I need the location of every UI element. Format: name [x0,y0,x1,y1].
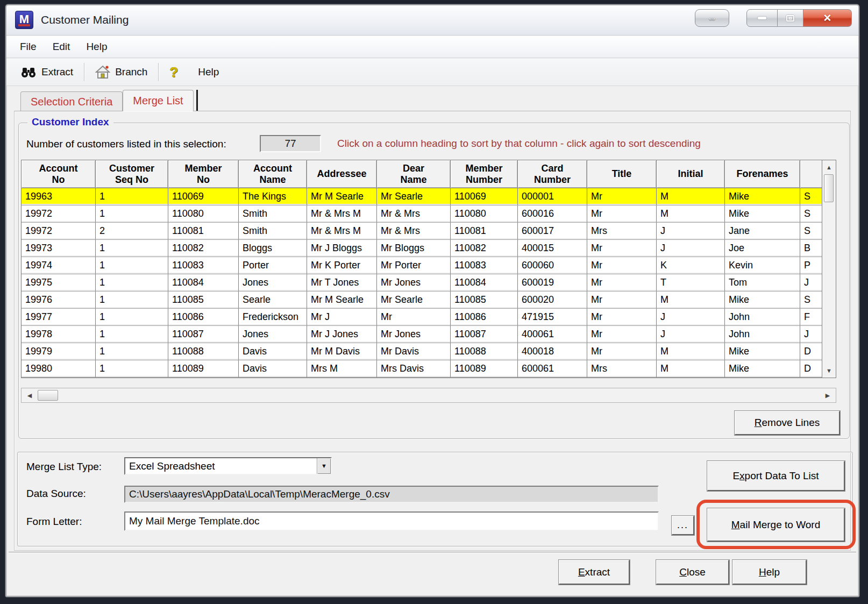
table-row[interactable]: 199751110084JonesMr T JonesMr Jones11008… [22,274,836,292]
minimize-button[interactable] [746,9,778,27]
column-header-account-name[interactable]: Account Name [239,160,307,188]
scroll-left-arrow-icon[interactable]: ◀ [24,389,35,401]
table-cell: 19976 [22,292,96,308]
column-header-card-number[interactable]: Card Number [518,160,587,188]
vertical-scroll-thumb[interactable] [824,174,834,202]
table-cell: J [657,326,725,343]
tab-selection-criteria[interactable]: Selection Criteria [20,91,123,111]
table-cell: 110089 [168,360,239,377]
vertical-scrollbar[interactable]: ▲ ▼ [822,160,836,378]
mail-merge-to-word-button[interactable]: Mail Merge to Word [707,508,845,542]
app-icon: M [15,11,33,29]
table-cell: 110069 [451,188,518,205]
table-cell: M [657,343,725,360]
table-cell: Mr [587,326,657,343]
table-cell: D [800,343,823,360]
column-header-title[interactable]: Title [587,160,657,188]
table-cell: Mr & Mrs M [307,205,377,222]
table-cell: 2 [96,223,168,239]
table-row[interactable]: 199761110085SearleMr M SearleMr Searle11… [22,292,836,309]
table-cell: M [657,205,725,222]
table-cell: 110080 [451,205,518,222]
maximize-icon [786,15,794,22]
table-cell: Mr Porter [377,257,451,274]
table-row[interactable]: 199731110082BloggsMr J BloggsMr Bloggs11… [22,240,836,257]
menu-edit[interactable]: Edit [45,38,79,55]
customer-count-label: Number of customers listed in this selec… [26,138,226,150]
table-cell: 110083 [451,257,518,274]
table-cell: J [657,240,725,257]
column-header-forenames[interactable]: Forenames [725,160,800,188]
tab-caret [196,90,198,111]
table-row[interactable]: 199791110088DavisMr M DavisMr Davis11008… [22,343,836,360]
close-dialog-button[interactable]: Close [656,560,729,585]
table-cell: S [800,292,823,308]
merge-list-type-label: Merge List Type: [26,461,102,473]
table-cell: Mr Bloggs [377,240,451,257]
column-header-initial[interactable]: Initial [657,160,725,188]
resize-horizontal-button[interactable]: ⇔ [695,9,729,27]
scroll-up-arrow-icon[interactable]: ▲ [822,161,836,173]
table-cell: 1 [96,274,168,291]
table-cell: Davis [239,343,307,360]
table-row[interactable]: 199721110080SmithMr & Mrs MMr & Mrs11008… [22,205,836,223]
table-row[interactable]: 199741110083PorterMr K PorterMr Porter11… [22,257,836,274]
browse-button[interactable]: ... [672,516,694,535]
export-data-to-list-button[interactable]: Export Data To List [707,461,845,491]
toolbar-separator [158,63,159,81]
table-cell: 1 [96,343,168,360]
table-cell: Mrs [587,223,657,239]
scroll-right-arrow-icon[interactable]: ▶ [822,389,834,401]
help-toolbar-button[interactable]: ? Help [163,61,225,84]
table-cell: J [800,326,823,343]
column-header-account-no[interactable]: Account No [22,160,96,188]
data-source-field[interactable]: C:\Users\aayres\AppData\Local\Temp\Merac… [124,486,659,503]
table-cell: Mr J [307,309,377,325]
tab-merge-list[interactable]: Merge List [123,90,193,111]
table-cell: S [800,188,823,205]
extract-button[interactable]: Extract [559,560,630,585]
table-cell: Tom [725,274,800,291]
column-header-addressee[interactable]: Addressee [307,160,377,188]
column-header-dear-name[interactable]: Dear Name [377,160,451,188]
house-icon [95,65,110,79]
horizontal-scroll-thumb[interactable] [38,390,58,401]
table-cell: 110089 [451,360,518,377]
table-cell: 110069 [168,188,239,205]
table-row[interactable]: 199771110086FredericksonMr JMr1100864719… [22,309,836,326]
table-cell: Mr [587,274,657,291]
column-header-customer-seq-no[interactable]: Customer Seq No [96,160,168,188]
combo-dropdown-arrow-icon[interactable]: ▼ [317,458,331,474]
table-cell: 110081 [168,223,239,239]
branch-toolbar-button[interactable]: Branch [89,62,154,82]
extract-toolbar-button[interactable]: Extract [14,63,80,81]
scroll-down-arrow-icon[interactable]: ▼ [822,365,836,376]
remove-lines-button[interactable]: Remove Lines [735,411,840,435]
table-row[interactable]: 199781110087JonesMr J JonesMr Jones11008… [22,326,836,343]
title-bar: M Customer Mailing ⇔ ✕ [6,5,858,35]
table-row[interactable]: 199722110081SmithMr & Mrs MMr & Mrs11008… [22,223,836,240]
table-cell: 19972 [22,205,96,222]
form-letter-field[interactable]: My Mail Merge Template.doc [124,511,659,531]
column-header-member-number[interactable]: Member Number [451,160,518,188]
merge-list-type-combobox[interactable]: Excel Spreadsheet ▼ [124,457,332,475]
column-header-clipped[interactable] [800,160,823,188]
table-cell: 1 [96,326,168,343]
table-cell: 110084 [451,274,518,291]
table-cell: K [657,257,725,274]
table-cell: 19973 [22,240,96,257]
close-button[interactable]: ✕ [803,9,852,27]
column-header-member-no[interactable]: Member No [168,160,239,188]
menu-bar: File Edit Help [6,36,858,58]
table-row-selected[interactable]: 199631110069The KingsMr M SearleMr Searl… [22,188,836,205]
table-cell: John [725,326,800,343]
table-cell: 110088 [451,343,518,360]
binoculars-icon [20,66,37,78]
maximize-button[interactable] [778,9,803,27]
menu-file[interactable]: File [12,38,45,55]
help-button[interactable]: Help [732,560,807,585]
table-row[interactable]: 199801110089DavisMrs MMrs Davis110089600… [22,360,836,378]
menu-help[interactable]: Help [78,38,115,55]
table-cell: Mr & Mrs [377,205,451,222]
horizontal-scrollbar[interactable]: ◀ ▶ [21,388,836,403]
